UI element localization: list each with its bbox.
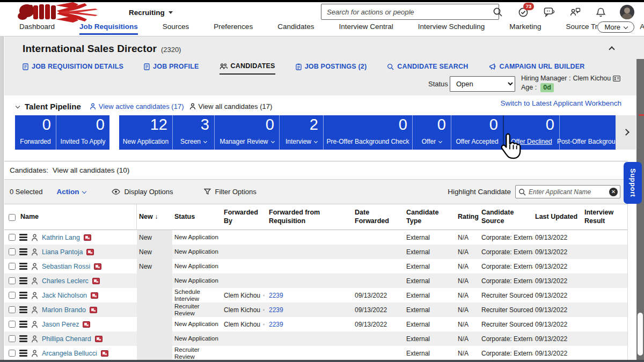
filter-options-button[interactable]: Filter Options — [204, 188, 256, 196]
candidate-name-link[interactable]: Sebastian Rossi — [42, 263, 90, 270]
row-checkbox[interactable] — [9, 292, 16, 299]
col-interview-result[interactable]: Interview Result — [582, 209, 628, 225]
resume-icon[interactable] — [83, 321, 90, 328]
row-checkbox[interactable] — [9, 350, 16, 357]
contact-card-icon[interactable] — [613, 76, 620, 82]
search-icon[interactable] — [491, 6, 504, 19]
nav-item[interactable]: Advanced Analytics — [640, 23, 644, 35]
pipeline-stage-interview[interactable]: 2Interview — [279, 115, 323, 150]
row-menu-icon[interactable] — [19, 292, 27, 298]
scrollbar-thumb[interactable] — [638, 313, 643, 356]
view-active-candidates-link[interactable]: View active candidates (17) — [90, 102, 184, 110]
candidate-name-link[interactable]: Arcangela Bellucci — [42, 350, 97, 357]
candidate-name-link[interactable]: Phillipa Chenard — [42, 335, 91, 343]
candidate-name-link[interactable]: Liana Pantoja — [42, 248, 83, 256]
row-menu-icon[interactable] — [19, 248, 27, 255]
col-candidate-source[interactable]: Candidate Source — [479, 209, 533, 225]
candidate-name-link[interactable]: Jason Perez — [42, 321, 79, 328]
pipeline-stage-forwarded[interactable]: 0Forwarded — [15, 115, 56, 150]
pipeline-collapse-icon[interactable] — [16, 104, 20, 108]
row-checkbox[interactable] — [9, 306, 16, 313]
nav-item[interactable]: Preferences — [214, 23, 253, 35]
nav-item[interactable]: Job Requisitions — [79, 23, 138, 35]
col-new[interactable]: New ↓ — [137, 213, 172, 221]
requisition-link[interactable]: 2239 — [269, 321, 283, 328]
collapse-header-button[interactable] — [610, 43, 614, 53]
candidate-name-link[interactable]: Jack Nicholson — [42, 292, 87, 299]
subtab-job-profile[interactable]: JOB PROFILE — [144, 63, 199, 74]
row-checkbox[interactable] — [9, 277, 16, 284]
pipeline-stage-offer-accepted[interactable]: 0Offer Accepted — [451, 115, 503, 150]
subtab-candidates[interactable]: CANDIDATES — [219, 62, 275, 75]
display-options-button[interactable]: Display Options — [112, 188, 173, 196]
pipeline-stage-post-offer-background-check[interactable]: 0Post-Offer Background Check — [559, 115, 616, 150]
subtab-job-requisition-details[interactable]: JOB REQUISITION DETAILS — [23, 63, 123, 74]
subtab-job-postings-2-[interactable]: JOB POSTINGS (2) — [296, 63, 367, 74]
pipeline-stage-manager-review[interactable]: 0Manager Review — [214, 115, 279, 150]
resume-icon[interactable] — [95, 336, 103, 342]
contact-card-icon[interactable] — [263, 293, 265, 298]
row-menu-icon[interactable] — [19, 335, 27, 342]
nav-item[interactable]: Interview Central — [339, 23, 393, 35]
support-tab[interactable]: Support — [624, 162, 642, 204]
row-checkbox[interactable] — [9, 234, 16, 241]
module-switcher[interactable]: Recruiting — [129, 9, 173, 17]
select-all-checkbox[interactable] — [9, 214, 16, 221]
contact-card-icon[interactable] — [263, 307, 265, 313]
col-last-updated[interactable]: Last Updated — [533, 213, 582, 221]
pipeline-stage-offer[interactable]: 0Offer — [412, 115, 451, 150]
subtab-campaign-url-builder[interactable]: CAMPAIGN URL BUILDER — [489, 63, 585, 74]
row-menu-icon[interactable] — [19, 321, 27, 327]
bell-icon[interactable] — [594, 6, 607, 19]
requisition-link[interactable]: 2239 — [269, 306, 283, 314]
col-candidate-type[interactable]: Candidate Type — [404, 209, 456, 225]
avatar[interactable] — [620, 5, 634, 19]
switch-workbench-link[interactable]: Switch to Latest Applicant Workbench — [500, 99, 621, 107]
more-menu-button[interactable]: More — [597, 21, 634, 33]
nav-item[interactable]: Interview Scheduling — [418, 23, 485, 35]
col-forwarded-from[interactable]: Forwarded from Requisition — [267, 209, 353, 225]
candidate-name-link[interactable]: Charles Leclerc — [42, 277, 89, 285]
candidate-name-link[interactable]: Marlon Brando — [42, 306, 86, 314]
resume-icon[interactable] — [94, 263, 101, 270]
resume-icon[interactable] — [86, 249, 94, 255]
people-chat-icon[interactable] — [568, 6, 581, 19]
messages-icon[interactable] — [543, 6, 555, 19]
highlight-candidate-input[interactable] — [529, 188, 608, 196]
tasks-check-icon[interactable]: 73 — [517, 6, 530, 19]
pipeline-scroll-right-button[interactable] — [616, 115, 636, 150]
row-checkbox[interactable] — [9, 335, 16, 342]
row-menu-icon[interactable] — [19, 263, 27, 269]
requisition-link[interactable]: 2239 — [269, 292, 283, 299]
row-menu-icon[interactable] — [19, 350, 27, 356]
clear-icon[interactable]: ✕ — [609, 188, 618, 196]
row-menu-icon[interactable] — [19, 234, 27, 240]
nav-item[interactable]: Marketing — [509, 23, 541, 35]
view-all-candidates-link[interactable]: View all candidates (17) — [189, 102, 273, 110]
pipeline-stage-invited-to-apply[interactable]: 0Invited To Apply — [56, 115, 109, 150]
col-rating[interactable]: Rating — [456, 213, 479, 221]
vertical-scrollbar[interactable] — [636, 59, 644, 360]
col-status[interactable]: Status — [172, 213, 222, 221]
pipeline-stage-screen[interactable]: 3Screen — [172, 115, 214, 150]
row-menu-icon[interactable] — [19, 306, 27, 313]
resume-icon[interactable] — [90, 307, 97, 313]
action-dropdown[interactable]: Action — [56, 188, 86, 196]
resume-icon[interactable] — [84, 234, 91, 241]
subtab-candidate-search[interactable]: CANDIDATE SEARCH — [387, 63, 468, 74]
row-checkbox[interactable] — [9, 263, 16, 270]
resume-icon[interactable] — [101, 350, 108, 357]
row-checkbox[interactable] — [9, 321, 16, 328]
col-date-forwarded[interactable]: Date Forwarded — [353, 209, 404, 225]
contact-card-icon[interactable] — [263, 322, 265, 327]
view-all-candidates-10-link[interactable]: View all candidates (10) — [53, 166, 129, 174]
candidate-name-link[interactable]: Kathrin Lang — [42, 234, 80, 241]
nav-item[interactable]: Sources — [163, 23, 189, 35]
row-menu-icon[interactable] — [19, 277, 27, 284]
resume-icon[interactable] — [92, 278, 100, 284]
status-select[interactable]: Open — [450, 76, 515, 92]
global-search-input[interactable] — [321, 4, 499, 20]
row-checkbox[interactable] — [9, 248, 16, 255]
resume-icon[interactable] — [91, 292, 98, 299]
nav-item[interactable]: Candidates — [277, 23, 314, 35]
